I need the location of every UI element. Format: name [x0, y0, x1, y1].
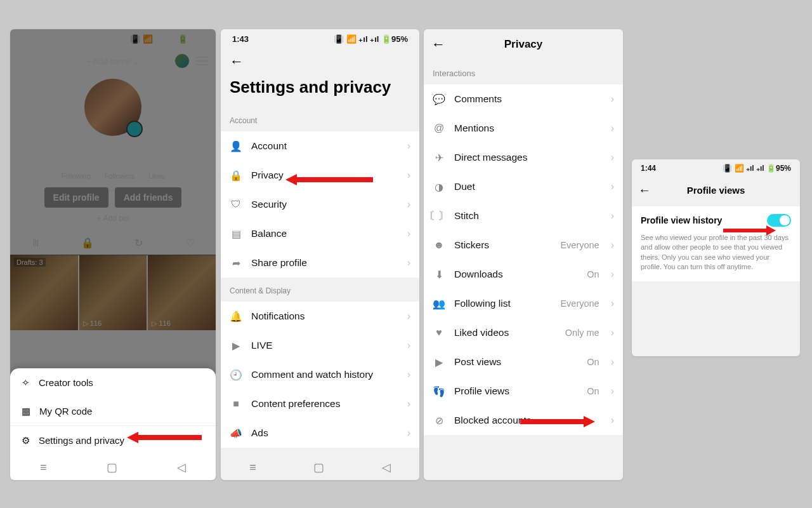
android-navbar: ≡ ▢ ◁	[221, 455, 419, 480]
status-time: 1:44	[641, 164, 656, 173]
chevron-right-icon: ›	[407, 369, 410, 380]
chevron-right-icon: ›	[611, 123, 614, 134]
status-right: 📳 📶 ₊ıl ₊ıl 🔋95%	[334, 34, 408, 44]
heart-icon: ♥	[433, 326, 445, 339]
megaphone-icon: 📣	[230, 427, 242, 439]
nav-back-icon[interactable]: ◁	[177, 460, 186, 474]
row-notifications[interactable]: 🔔Notifications›	[221, 302, 419, 331]
chevron-right-icon: ›	[407, 199, 410, 210]
chevron-right-icon: ›	[407, 228, 410, 239]
row-post-views[interactable]: ▶Post viewsOn›	[424, 347, 623, 377]
row-liked-videos[interactable]: ♥Liked videosOnly me›	[424, 318, 623, 347]
chevron-right-icon: ›	[611, 385, 614, 397]
qr-icon: ▦	[22, 406, 30, 416]
comment-icon: 💬	[433, 93, 445, 105]
shield-icon: 🛡	[230, 198, 242, 211]
chevron-right-icon: ›	[407, 427, 410, 439]
chevron-right-icon: ›	[407, 398, 410, 410]
chevron-right-icon: ›	[407, 140, 410, 152]
row-live[interactable]: ▶LIVE›	[221, 331, 419, 360]
row-direct-messages[interactable]: ✈Direct messages›	[424, 143, 623, 172]
sheet-qr-code[interactable]: ▦ My QR code	[10, 397, 216, 425]
chevron-right-icon: ›	[611, 239, 614, 251]
video-icon: ■	[230, 398, 242, 410]
play-icon: ▶	[433, 356, 445, 368]
svg-marker-3	[723, 225, 776, 236]
nav-home-icon[interactable]: ▢	[313, 460, 324, 474]
svg-marker-2	[520, 416, 595, 427]
person-icon: 👤	[230, 140, 242, 152]
live-icon: ▶	[230, 339, 242, 352]
page-title: Settings and privacy	[221, 75, 419, 107]
chevron-right-icon: ›	[611, 181, 614, 192]
annotation-arrow-icon	[520, 414, 596, 429]
chevron-right-icon: ›	[611, 356, 614, 368]
chevron-right-icon: ›	[407, 340, 410, 351]
section-header: Account	[221, 107, 419, 131]
nav-back-icon[interactable]: ◁	[382, 460, 391, 474]
row-account[interactable]: 👤Account›	[221, 131, 419, 161]
row-mentions[interactable]: @Mentions›	[424, 114, 623, 143]
chevron-right-icon: ›	[611, 210, 614, 222]
stitch-icon: 〘〙	[433, 210, 445, 222]
row-following-list[interactable]: 👥Following listEveryone›	[424, 289, 623, 318]
bottom-sheet: ✧ Creator tools ▦ My QR code ⚙ Settings …	[10, 368, 216, 480]
annotation-arrow-icon	[127, 429, 203, 446]
back-button[interactable]: ←	[221, 48, 419, 75]
row-downloads[interactable]: ⬇DownloadsOn›	[424, 260, 623, 289]
toggle-description: See who viewed your profile in the past …	[641, 233, 791, 272]
chevron-right-icon: ›	[611, 415, 614, 426]
block-icon: ⊘	[433, 414, 445, 427]
row-security[interactable]: 🛡Security›	[221, 190, 419, 219]
nav-recent-icon[interactable]: ≡	[40, 461, 47, 474]
share-icon: ➦	[230, 257, 242, 269]
nav-home-icon[interactable]: ▢	[107, 460, 117, 474]
chevron-right-icon: ›	[611, 298, 614, 309]
sticker-icon: ☻	[433, 239, 445, 251]
chevron-right-icon: ›	[611, 93, 614, 105]
chevron-right-icon: ›	[611, 327, 614, 338]
wallet-icon: ▤	[230, 227, 242, 240]
page-title: Profile views	[687, 185, 745, 196]
back-button[interactable]: ←	[638, 183, 651, 197]
annotation-arrow-icon	[285, 171, 374, 188]
svg-marker-0	[127, 432, 202, 443]
toggle-label: Profile view history	[641, 215, 722, 225]
section-header: Interactions	[424, 60, 623, 84]
row-share-profile[interactable]: ➦Share profile›	[221, 248, 419, 277]
footsteps-icon: 👣	[433, 385, 445, 398]
row-stickers[interactable]: ☻StickersEveryone›	[424, 231, 623, 260]
status-time: 1:43	[232, 34, 249, 44]
android-navbar: ≡ ▢ ◁	[10, 455, 216, 480]
svg-marker-1	[285, 174, 373, 185]
clock-icon: 🕘	[230, 368, 242, 381]
row-balance[interactable]: ▤Balance›	[221, 219, 419, 248]
row-ads[interactable]: 📣Ads›	[221, 418, 419, 448]
row-stitch[interactable]: 〘〙Stitch›	[424, 201, 623, 231]
row-comment-history[interactable]: 🕘Comment and watch history›	[221, 360, 419, 389]
row-content-prefs[interactable]: ■Content preferences›	[221, 389, 419, 418]
person-spark-icon: ✧	[22, 378, 30, 387]
row-duet[interactable]: ◑Duet›	[424, 172, 623, 201]
section-header: Content & Display	[221, 277, 419, 302]
row-comments[interactable]: 💬Comments›	[424, 84, 623, 114]
back-button[interactable]: ←	[431, 36, 445, 53]
nav-recent-icon[interactable]: ≡	[249, 461, 256, 474]
sheet-creator-tools[interactable]: ✧ Creator tools	[10, 368, 216, 397]
chevron-right-icon: ›	[611, 269, 614, 280]
at-icon: @	[433, 122, 445, 135]
chevron-right-icon: ›	[407, 170, 410, 181]
gear-icon: ⚙	[22, 436, 30, 445]
annotation-arrow-icon	[723, 224, 777, 237]
duet-icon: ◑	[433, 180, 445, 193]
lock-icon: 🔒	[230, 169, 242, 182]
page-title: Privacy	[504, 38, 543, 51]
chevron-right-icon: ›	[407, 257, 410, 269]
send-icon: ✈	[433, 151, 445, 164]
status-right: 📳 📶 ₊ıl ₊ıl 🔋95%	[723, 164, 791, 173]
chevron-right-icon: ›	[611, 152, 614, 163]
bell-icon: 🔔	[230, 310, 242, 323]
chevron-right-icon: ›	[407, 311, 410, 322]
row-profile-views[interactable]: 👣Profile viewsOn›	[424, 377, 623, 406]
people-icon: 👥	[433, 297, 445, 310]
